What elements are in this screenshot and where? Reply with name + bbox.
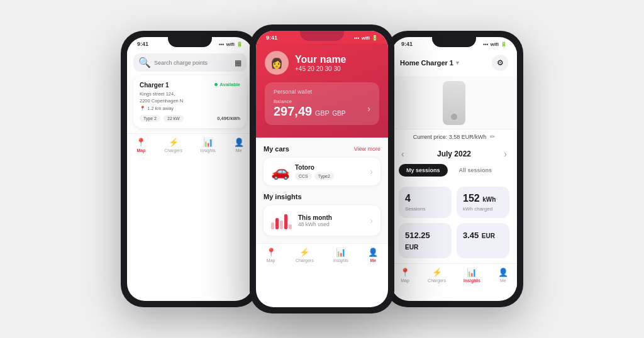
view-more-link[interactable]: View more xyxy=(354,146,380,152)
nav-chargers-3[interactable]: ⚡ Chargers xyxy=(428,268,446,283)
prev-month-button[interactable]: ‹ xyxy=(401,149,404,159)
settings-button[interactable]: ⚙ xyxy=(492,55,508,71)
user-phone: +45 20 20 30 30 xyxy=(295,65,347,72)
insights-card[interactable]: This month 48 kWh used › xyxy=(264,205,380,236)
charger-screen-name: Home Charger 1 xyxy=(400,59,453,67)
nav-map-1[interactable]: 📍 Map xyxy=(136,138,146,153)
search-input[interactable] xyxy=(154,60,231,66)
stat-sessions-value: 4 xyxy=(405,193,445,204)
profile-header: 👩 Your name +45 20 20 30 30 Personal wal… xyxy=(256,43,388,138)
nav-me-label-2: Me xyxy=(370,258,376,263)
bottom-nav-2: 📍 Map ⚡ Chargers 📊 Insights 👤 Me xyxy=(256,243,388,268)
wallet-card[interactable]: Personal wallet Balance 297,49 GBP GBP › xyxy=(265,82,379,125)
qr-icon[interactable]: ▦ xyxy=(235,58,242,67)
profile-body: My cars View more 🚗 Totoro CCS Type2 › xyxy=(256,138,388,243)
nav-me-label-3: Me xyxy=(500,278,506,283)
next-month-button[interactable]: › xyxy=(504,149,507,159)
battery-icon-2: 🔋 xyxy=(372,35,378,41)
nav-map-2[interactable]: 📍 Map xyxy=(266,248,276,263)
nav-map-label-3: Map xyxy=(401,278,409,283)
insights-arrow-icon[interactable]: › xyxy=(370,215,373,226)
user-avatar: 👩 xyxy=(265,51,289,75)
insights-month: This month xyxy=(298,214,364,221)
nav-insights-label-1: Insights xyxy=(201,148,216,153)
stats-grid: 4 Sessions 152 kWh kWh charged 512.25 EU… xyxy=(391,182,517,263)
sessions-tabs: My sessions All sessions xyxy=(391,164,517,182)
battery-icon-3: 🔋 xyxy=(501,41,507,47)
stat-eur1-unit: EUR xyxy=(405,244,418,251)
current-price-text: Current price: 3,58 EUR/kWh xyxy=(413,134,487,140)
charger-device-visual xyxy=(443,81,465,125)
charger-card: Charger 1 Available Kings street 124,220… xyxy=(133,75,247,128)
insights-section-header: My insights xyxy=(264,193,380,200)
tag-22kw: 22 kW xyxy=(164,115,184,122)
stat-sessions-label: Sessions xyxy=(405,206,445,212)
stat-kwh-value: 152 xyxy=(463,193,480,204)
phone-profile: 9:41 ▪▪▪ wifi 🔋 👩 Your name +45 20 20 30… xyxy=(250,25,394,313)
stat-sessions: 4 Sessions xyxy=(399,187,452,218)
nav-chargers-label-1: Chargers xyxy=(164,148,182,153)
nav-me-1[interactable]: 👤 Me xyxy=(234,138,244,153)
tab-all-sessions-label: All sessions xyxy=(459,167,492,173)
wallet-label: Personal wallet xyxy=(274,89,370,95)
status-time-3: 9:41 xyxy=(401,41,413,47)
search-icon: 🔍 xyxy=(138,57,151,68)
insights-section: My insights This month 48 kWh used xyxy=(264,193,380,236)
edit-price-icon[interactable]: ✏ xyxy=(490,133,495,140)
nav-me-label-1: Me xyxy=(236,148,242,153)
nav-map-label-2: Map xyxy=(267,258,275,263)
car-arrow-icon[interactable]: › xyxy=(370,166,373,177)
tab-all-sessions[interactable]: All sessions xyxy=(452,164,500,177)
nav-me-2[interactable]: 👤 Me xyxy=(368,248,378,263)
wallet-arrow-icon[interactable]: › xyxy=(367,104,370,114)
stat-eur1: 512.25 EUR xyxy=(399,223,452,258)
car-image: 🚗 xyxy=(271,163,290,180)
nav-map-label-1: Map xyxy=(136,148,145,153)
charger-screen-header: Home Charger 1 ▾ ⚙ xyxy=(391,50,517,76)
insights-title: My insights xyxy=(264,193,302,200)
charger-device-image xyxy=(391,76,517,129)
nav-chargers-1[interactable]: ⚡ Chargers xyxy=(164,138,182,153)
wifi-icon-2: wifi xyxy=(362,35,370,41)
nav-insights-label-3: Insights xyxy=(464,278,480,283)
status-time-2: 9:41 xyxy=(266,35,277,41)
cars-title: My cars xyxy=(264,145,289,153)
cars-section-header: My cars View more xyxy=(264,145,380,153)
wifi-icon-3: wifi xyxy=(491,41,499,47)
balance-currency-text: GBP xyxy=(332,110,345,117)
wifi-icon-1: wifi xyxy=(226,41,235,47)
stat-kwh-unit: kWh xyxy=(482,196,496,203)
month-title: July 2022 xyxy=(437,150,471,158)
user-name: Your name xyxy=(295,54,347,65)
signal-icon-2: ▪▪▪ xyxy=(354,35,360,41)
nav-chargers-label-2: Chargers xyxy=(296,258,314,263)
tab-my-sessions[interactable]: My sessions xyxy=(399,164,448,177)
car-card[interactable]: 🚗 Totoro CCS Type2 › xyxy=(264,158,380,185)
bottom-nav-1: 📍 Map ⚡ Chargers 📊 Insights 👤 Me xyxy=(127,133,253,158)
phone-charger: 9:41 ▪▪▪ wifi 🔋 Home Charger 1 ▾ ⚙ xyxy=(385,31,523,307)
insights-kwh: 48 kWh used xyxy=(298,221,364,227)
stat-eur2-unit: EUR xyxy=(482,232,495,239)
car-info: Totoro CCS Type2 xyxy=(295,164,365,180)
balance-label: Balance xyxy=(274,99,345,104)
stat-eur1-value: 512.25 xyxy=(405,231,430,240)
nav-chargers-2[interactable]: ⚡ Chargers xyxy=(296,248,314,263)
nav-me-3[interactable]: 👤 Me xyxy=(498,268,508,283)
car-name: Totoro xyxy=(295,164,365,171)
car-tag-type2: Type2 xyxy=(314,173,334,180)
chevron-down-icon[interactable]: ▾ xyxy=(456,60,459,66)
status-time-1: 9:41 xyxy=(137,41,148,47)
charger-price: 0,49€/kWh xyxy=(217,116,240,121)
nav-insights-2[interactable]: 📊 Insights xyxy=(333,248,348,263)
nav-insights-3[interactable]: 📊 Insights xyxy=(464,268,480,283)
charger-status: Available xyxy=(219,82,240,87)
nav-insights-label-2: Insights xyxy=(333,258,348,263)
nav-map-3[interactable]: 📍 Map xyxy=(400,268,410,283)
bottom-nav-3: 📍 Map ⚡ Chargers 📊 Insights 👤 Me xyxy=(391,263,517,288)
nav-insights-1[interactable]: 📊 Insights xyxy=(201,138,216,153)
balance-amount: 297,49 xyxy=(274,104,312,118)
stat-eur2-value: 3.45 xyxy=(463,231,479,240)
tag-type2: Type 2 xyxy=(140,115,160,122)
stat-eur2: 3.45 EUR xyxy=(457,223,509,258)
price-row: Current price: 3,58 EUR/kWh ✏ xyxy=(391,129,517,144)
